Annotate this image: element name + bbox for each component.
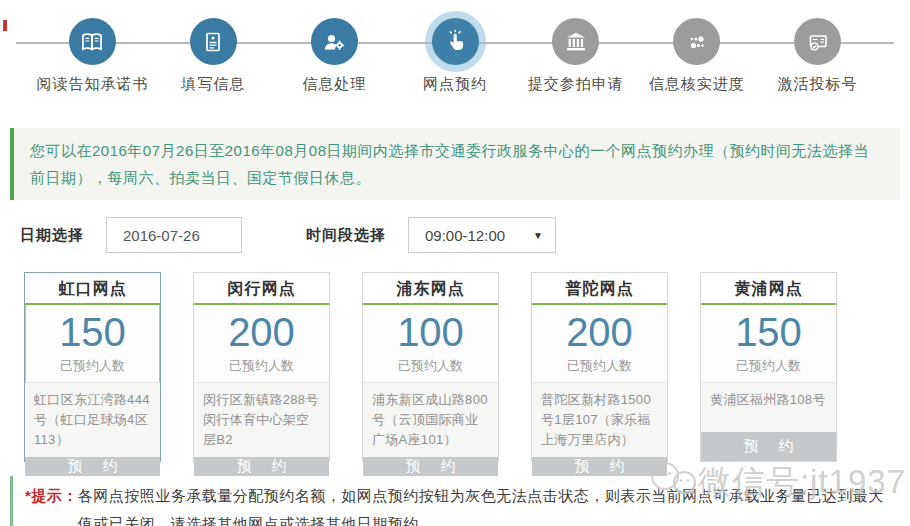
outlet-card-huangpu: 黄浦网点 150 已预约人数 黄浦区福州路108号 预 约 bbox=[700, 272, 837, 462]
step-label: 阅读告知承诺书 bbox=[36, 75, 148, 94]
outlet-card-hongkou: 虹口网点 150 已预约人数 虹口区东江湾路444号（虹口足球场4区113） 预… bbox=[24, 272, 161, 462]
step-info-processing: 信息处理 bbox=[274, 18, 395, 94]
step-outlet-appointment: 网点预约 bbox=[395, 18, 516, 94]
outlet-card-minhang: 闵行网点 200 已预约人数 闵行区新镇路288号闵行体育中心架空层B2 预 约 bbox=[193, 272, 330, 462]
outlet-name: 浦东网点 bbox=[363, 273, 498, 305]
time-range-label: 时间段选择 bbox=[306, 226, 386, 245]
hand-click-icon bbox=[442, 29, 468, 55]
book-button[interactable]: 预 约 bbox=[532, 457, 667, 476]
book-button[interactable]: 预 约 bbox=[194, 457, 329, 476]
outlet-address: 浦东新区成山路800号（云顶国际商业广场A座101） bbox=[363, 382, 498, 457]
tip-note: *提示： 各网点按照业务承载量分配预约名额，如网点预约按钮为灰色无法点击状态，则… bbox=[10, 476, 900, 526]
step-label: 信息处理 bbox=[302, 75, 366, 94]
outlet-address: 虹口区东江湾路444号（虹口足球场4区113） bbox=[25, 382, 160, 457]
step-label: 提交参拍申请 bbox=[528, 75, 624, 94]
booked-count: 150 bbox=[25, 305, 160, 354]
date-input[interactable] bbox=[106, 217, 242, 253]
booked-count: 150 bbox=[701, 305, 836, 354]
outlet-address: 普陀区新村路1500号1层107（家乐福上海万里店内） bbox=[532, 382, 667, 457]
step-label: 网点预约 bbox=[423, 75, 487, 94]
time-range-select[interactable]: 09:00-12:00 ▼ bbox=[408, 217, 556, 253]
step-activate-bid-number: 激活投标号 bbox=[757, 18, 878, 94]
booked-count-label: 已预约人数 bbox=[25, 354, 160, 382]
outlet-address: 黄浦区福州路108号 bbox=[701, 382, 836, 432]
bank-icon bbox=[563, 29, 589, 55]
booked-count-label: 已预约人数 bbox=[363, 354, 498, 382]
document-icon bbox=[200, 29, 226, 55]
book-button[interactable]: 预 约 bbox=[25, 457, 160, 476]
card-check-icon bbox=[805, 29, 831, 55]
outlet-name: 闵行网点 bbox=[194, 273, 329, 305]
booked-count-label: 已预约人数 bbox=[194, 354, 329, 382]
progress-dots-icon bbox=[684, 29, 710, 55]
booked-count: 100 bbox=[363, 305, 498, 354]
outlet-name: 黄浦网点 bbox=[701, 273, 836, 305]
step-label: 信息核实进度 bbox=[649, 75, 745, 94]
chevron-down-icon: ▼ bbox=[533, 230, 543, 241]
date-select-label: 日期选择 bbox=[20, 226, 84, 245]
booked-count: 200 bbox=[532, 305, 667, 354]
step-verification-progress: 信息核实进度 bbox=[636, 18, 757, 94]
book-button[interactable]: 预 约 bbox=[701, 432, 836, 461]
step-read-notice: 阅读告知承诺书 bbox=[32, 18, 153, 94]
booked-count-label: 已预约人数 bbox=[532, 354, 667, 382]
step-label: 激活投标号 bbox=[778, 75, 858, 94]
notice-banner: 您可以在2016年07月26日至2016年08月08日期间内选择市交通委行政服务… bbox=[10, 128, 900, 200]
outlet-address: 闵行区新镇路288号闵行体育中心架空层B2 bbox=[194, 382, 329, 457]
book-icon bbox=[79, 29, 105, 55]
booked-count: 200 bbox=[194, 305, 329, 354]
step-submit-application: 提交参拍申请 bbox=[515, 18, 636, 94]
outlet-name: 虹口网点 bbox=[25, 273, 160, 305]
appointment-page: { "stepper": { "steps": [ { "label": "阅读… bbox=[0, 0, 910, 526]
tip-text: 各网点按照业务承载量分配预约名额，如网点预约按钮为灰色无法点击状态，则表示当前网… bbox=[78, 482, 886, 526]
outlet-card-putuo: 普陀网点 200 已预约人数 普陀区新村路1500号1层107（家乐福上海万里店… bbox=[531, 272, 668, 462]
outlet-card-pudong: 浦东网点 100 已预约人数 浦东新区成山路800号（云顶国际商业广场A座101… bbox=[362, 272, 499, 462]
tip-label: *提示： bbox=[25, 482, 78, 526]
time-range-value: 09:00-12:00 bbox=[425, 227, 505, 244]
outlet-card-list: 虹口网点 150 已预约人数 虹口区东江湾路444号（虹口足球场4区113） 预… bbox=[24, 272, 910, 462]
booked-count-label: 已预约人数 bbox=[701, 354, 836, 382]
user-gear-icon bbox=[321, 29, 347, 55]
step-fill-info: 填写信息 bbox=[153, 18, 274, 94]
outlet-name: 普陀网点 bbox=[532, 273, 667, 305]
progress-stepper: 阅读告知承诺书 填写信息 信息处理 网点 bbox=[0, 0, 910, 100]
book-button[interactable]: 预 约 bbox=[363, 457, 498, 476]
filter-bar: 日期选择 时间段选择 09:00-12:00 ▼ bbox=[20, 216, 910, 254]
step-label: 填写信息 bbox=[181, 75, 245, 94]
